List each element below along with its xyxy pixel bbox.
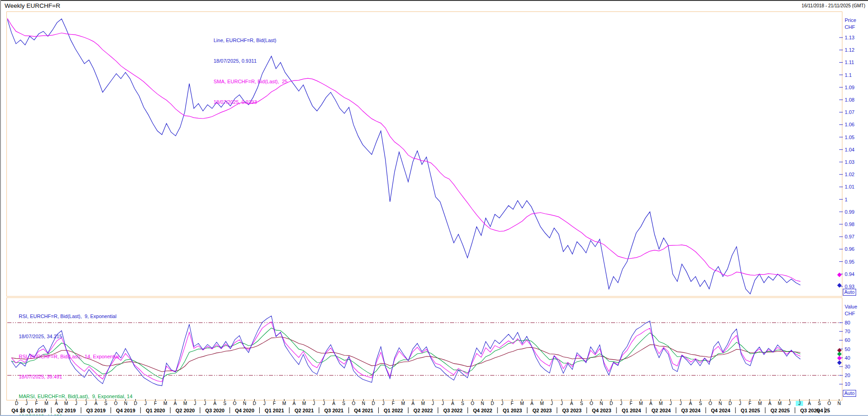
month-label: A [330, 401, 338, 406]
month-label: F [627, 401, 635, 406]
price-tick-label: 0.95 [845, 259, 854, 265]
quarter-label: Q3 2022 [434, 408, 472, 413]
quarter-label: Q1 2023 [493, 408, 531, 413]
month-label: S [697, 401, 704, 406]
month-label: A [687, 401, 694, 406]
quarter-label: Q2 2024 [642, 408, 680, 413]
price-tick-label: 0.97 [845, 234, 854, 239]
price-tick-label: 1.01 [845, 184, 854, 189]
month-label: A [528, 401, 536, 406]
month-label: M [300, 401, 308, 406]
chart-window: Weekly EURCHF=R 16/11/2018 - 21/11/2025 … [0, 0, 868, 416]
price-tick-label: 0.99 [845, 209, 854, 215]
month-label: N [717, 401, 724, 406]
month-label: M [638, 401, 645, 406]
legend-sma-series-value: 18/07/2025, 0.9393 [214, 99, 288, 106]
month-label: A [806, 401, 813, 406]
month-label: J [429, 401, 437, 406]
month-label: A [211, 401, 219, 406]
value-tick-label: 80 [845, 320, 850, 325]
month-label: S [578, 401, 585, 406]
month-label: J [191, 401, 198, 406]
month-label: J [667, 401, 675, 406]
month-label: O [825, 401, 833, 406]
legend-rsi9-name: RSI, EURCHF=R, Bid(Last), 9, Exponential [19, 313, 135, 320]
month-label: M [756, 401, 764, 406]
price-tick-label: 1.08 [845, 97, 854, 103]
month-label: N [241, 401, 248, 406]
legend-rsi9-value: 18/07/2025, 34.215 [19, 333, 135, 340]
value-tick-label: 60 [845, 337, 850, 343]
month-label: S [340, 401, 347, 406]
price-tick-label: 1.12 [845, 47, 854, 53]
price-tick-label: 1.02 [845, 172, 854, 177]
month-label: J [548, 401, 556, 406]
month-label: A [568, 401, 575, 406]
window-left-edge [0, 0, 1, 416]
month-label: N [836, 401, 843, 406]
legend-price-series-value: 18/07/2025, 0.9311 [214, 58, 288, 65]
month-label: A [647, 401, 654, 406]
month-label: O [231, 401, 238, 406]
quarter-label: Q2 2025 [761, 408, 799, 413]
price-axis-title-line1: Price [845, 17, 856, 24]
value-tick-label: 10 [845, 381, 850, 387]
quarter-label: Q2 2020 [166, 408, 204, 413]
price-tick-label: 1.06 [845, 122, 854, 127]
price-tick-label: 1.1 [845, 72, 852, 78]
quarter-label: Q4 2020 [225, 408, 264, 413]
month-label: S [816, 401, 823, 406]
month-label: O [469, 401, 476, 406]
value-tick-label: 40 [845, 355, 850, 361]
value-tick-label: 30 [845, 364, 850, 369]
month-label: M [280, 401, 288, 406]
price-tick-label: 0.94 [845, 271, 854, 277]
quarter-label: Q4 2024 [702, 408, 740, 413]
month-label: J [142, 401, 149, 406]
legend-marsi9-name: MARSI, EURCHF=R, Bid(Last), 9, Exponenti… [19, 393, 135, 400]
month-label: A [290, 401, 298, 406]
month-label: J [786, 401, 793, 406]
legend-sma-series-name: SMA, EURCHF=R, Bid(Last), 25 [214, 78, 288, 85]
quarter-label: Q1 2021 [255, 408, 294, 413]
month-label: J [439, 401, 446, 406]
month-label: F [509, 401, 516, 406]
price-tick-label: 1.03 [845, 159, 854, 165]
rsi-legend: RSI, EURCHF=R, Bid(Last), 9, Exponential… [19, 300, 135, 416]
quarter-label: Q4 2022 [463, 408, 502, 413]
month-label: J [320, 401, 327, 406]
month-label: N [479, 401, 486, 406]
month-label: J [498, 401, 506, 406]
quarter-label: Q4 2021 [344, 408, 383, 413]
value-tick-label: 20 [845, 373, 850, 378]
month-label: S [221, 401, 228, 406]
date-range-label: 16/11/2018 - 21/11/2025 (GMT) [802, 3, 865, 8]
price-axis-title: Price CHF [845, 17, 856, 31]
month-label: N [598, 401, 605, 406]
value-axis-auto-button[interactable]: Auto [843, 390, 856, 397]
month-label-current: J [796, 401, 803, 406]
quarter-label: Q4 2023 [582, 408, 621, 413]
month-label: N [360, 401, 367, 406]
price-tick-label: 1.13 [845, 35, 854, 40]
price-tick-label: 1.04 [845, 147, 854, 152]
legend-price-series-name: Line, EURCHF=R, Bid(Last) [214, 37, 288, 44]
price-tick-label: 1 [845, 197, 847, 202]
month-label: J [201, 401, 209, 406]
month-label: O [707, 401, 714, 406]
price-tick-label: 0.96 [845, 246, 854, 252]
quarter-label: Q3 2020 [196, 408, 234, 413]
price-axis-auto-button[interactable]: Auto [843, 289, 856, 296]
price-chart-panel[interactable] [6, 11, 842, 297]
month-label: M [182, 401, 189, 406]
month-label: D [608, 401, 615, 406]
month-label: A [171, 401, 179, 406]
value-axis-title-line2: CHF [845, 310, 857, 317]
month-label: F [746, 401, 754, 406]
month-label: M [538, 401, 546, 406]
quarter-label: Q1 2024 [612, 408, 651, 413]
month-label: F [271, 401, 278, 406]
price-tick-label: 1.07 [845, 109, 854, 115]
value-axis-title-line1: Value [845, 303, 857, 310]
quarter-label: Q1 2022 [374, 408, 413, 413]
